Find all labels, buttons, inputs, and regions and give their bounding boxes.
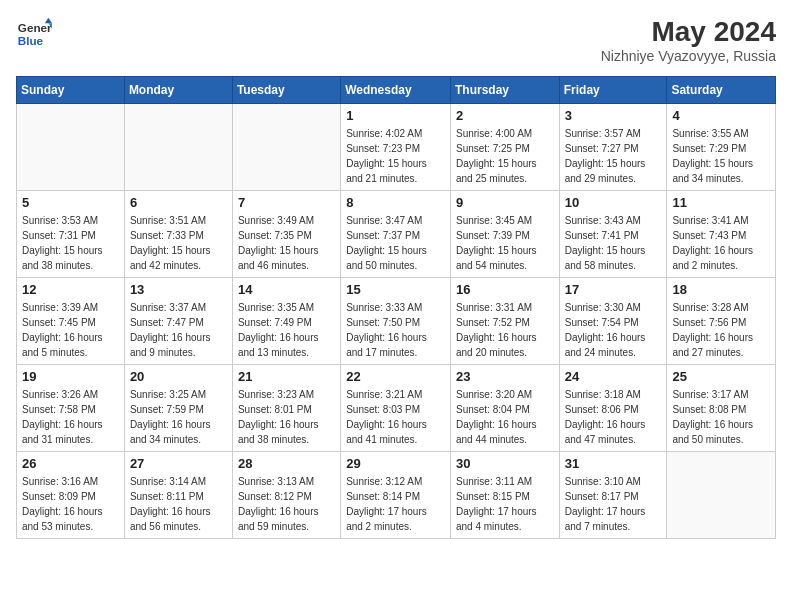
day-info: Sunrise: 3:43 AM Sunset: 7:41 PM Dayligh…: [565, 213, 662, 273]
calendar-cell: 9Sunrise: 3:45 AM Sunset: 7:39 PM Daylig…: [450, 191, 559, 278]
calendar-cell: 25Sunrise: 3:17 AM Sunset: 8:08 PM Dayli…: [667, 365, 776, 452]
calendar-cell: 19Sunrise: 3:26 AM Sunset: 7:58 PM Dayli…: [17, 365, 125, 452]
day-number: 29: [346, 456, 445, 471]
day-info: Sunrise: 3:55 AM Sunset: 7:29 PM Dayligh…: [672, 126, 770, 186]
header-day: Thursday: [450, 77, 559, 104]
day-info: Sunrise: 3:14 AM Sunset: 8:11 PM Dayligh…: [130, 474, 227, 534]
calendar-cell: 11Sunrise: 3:41 AM Sunset: 7:43 PM Dayli…: [667, 191, 776, 278]
day-info: Sunrise: 3:13 AM Sunset: 8:12 PM Dayligh…: [238, 474, 335, 534]
calendar-header: SundayMondayTuesdayWednesdayThursdayFrid…: [17, 77, 776, 104]
calendar-cell: 21Sunrise: 3:23 AM Sunset: 8:01 PM Dayli…: [232, 365, 340, 452]
calendar-cell: [17, 104, 125, 191]
day-info: Sunrise: 3:11 AM Sunset: 8:15 PM Dayligh…: [456, 474, 554, 534]
day-number: 31: [565, 456, 662, 471]
day-info: Sunrise: 3:35 AM Sunset: 7:49 PM Dayligh…: [238, 300, 335, 360]
calendar-cell: 26Sunrise: 3:16 AM Sunset: 8:09 PM Dayli…: [17, 452, 125, 539]
day-number: 15: [346, 282, 445, 297]
day-number: 5: [22, 195, 119, 210]
calendar-cell: 24Sunrise: 3:18 AM Sunset: 8:06 PM Dayli…: [559, 365, 667, 452]
calendar-cell: 22Sunrise: 3:21 AM Sunset: 8:03 PM Dayli…: [341, 365, 451, 452]
day-number: 27: [130, 456, 227, 471]
header-day: Sunday: [17, 77, 125, 104]
calendar-cell: 6Sunrise: 3:51 AM Sunset: 7:33 PM Daylig…: [124, 191, 232, 278]
header-row: SundayMondayTuesdayWednesdayThursdayFrid…: [17, 77, 776, 104]
calendar-cell: [124, 104, 232, 191]
day-number: 28: [238, 456, 335, 471]
day-number: 18: [672, 282, 770, 297]
calendar-table: SundayMondayTuesdayWednesdayThursdayFrid…: [16, 76, 776, 539]
day-number: 9: [456, 195, 554, 210]
calendar-week-row: 1Sunrise: 4:02 AM Sunset: 7:23 PM Daylig…: [17, 104, 776, 191]
day-info: Sunrise: 3:37 AM Sunset: 7:47 PM Dayligh…: [130, 300, 227, 360]
day-number: 2: [456, 108, 554, 123]
calendar-cell: 17Sunrise: 3:30 AM Sunset: 7:54 PM Dayli…: [559, 278, 667, 365]
calendar-cell: 1Sunrise: 4:02 AM Sunset: 7:23 PM Daylig…: [341, 104, 451, 191]
day-number: 25: [672, 369, 770, 384]
header-day: Saturday: [667, 77, 776, 104]
calendar-cell: 18Sunrise: 3:28 AM Sunset: 7:56 PM Dayli…: [667, 278, 776, 365]
day-info: Sunrise: 3:10 AM Sunset: 8:17 PM Dayligh…: [565, 474, 662, 534]
day-number: 13: [130, 282, 227, 297]
day-info: Sunrise: 4:00 AM Sunset: 7:25 PM Dayligh…: [456, 126, 554, 186]
title-block: May 2024 Nizhniye Vyazovyye, Russia: [601, 16, 776, 64]
header-day: Monday: [124, 77, 232, 104]
calendar-cell: 8Sunrise: 3:47 AM Sunset: 7:37 PM Daylig…: [341, 191, 451, 278]
calendar-week-row: 12Sunrise: 3:39 AM Sunset: 7:45 PM Dayli…: [17, 278, 776, 365]
calendar-cell: 20Sunrise: 3:25 AM Sunset: 7:59 PM Dayli…: [124, 365, 232, 452]
calendar-cell: [667, 452, 776, 539]
calendar-cell: 27Sunrise: 3:14 AM Sunset: 8:11 PM Dayli…: [124, 452, 232, 539]
day-info: Sunrise: 3:26 AM Sunset: 7:58 PM Dayligh…: [22, 387, 119, 447]
calendar-cell: 29Sunrise: 3:12 AM Sunset: 8:14 PM Dayli…: [341, 452, 451, 539]
day-number: 19: [22, 369, 119, 384]
header-day: Wednesday: [341, 77, 451, 104]
day-info: Sunrise: 3:41 AM Sunset: 7:43 PM Dayligh…: [672, 213, 770, 273]
day-info: Sunrise: 3:47 AM Sunset: 7:37 PM Dayligh…: [346, 213, 445, 273]
location: Nizhniye Vyazovyye, Russia: [601, 48, 776, 64]
calendar-week-row: 26Sunrise: 3:16 AM Sunset: 8:09 PM Dayli…: [17, 452, 776, 539]
header-day: Tuesday: [232, 77, 340, 104]
calendar-week-row: 19Sunrise: 3:26 AM Sunset: 7:58 PM Dayli…: [17, 365, 776, 452]
day-info: Sunrise: 3:17 AM Sunset: 8:08 PM Dayligh…: [672, 387, 770, 447]
calendar-cell: 13Sunrise: 3:37 AM Sunset: 7:47 PM Dayli…: [124, 278, 232, 365]
header-day: Friday: [559, 77, 667, 104]
day-info: Sunrise: 3:49 AM Sunset: 7:35 PM Dayligh…: [238, 213, 335, 273]
calendar-cell: 30Sunrise: 3:11 AM Sunset: 8:15 PM Dayli…: [450, 452, 559, 539]
svg-text:Blue: Blue: [18, 34, 44, 47]
day-info: Sunrise: 3:33 AM Sunset: 7:50 PM Dayligh…: [346, 300, 445, 360]
calendar-cell: 2Sunrise: 4:00 AM Sunset: 7:25 PM Daylig…: [450, 104, 559, 191]
day-info: Sunrise: 3:45 AM Sunset: 7:39 PM Dayligh…: [456, 213, 554, 273]
day-number: 10: [565, 195, 662, 210]
day-info: Sunrise: 3:23 AM Sunset: 8:01 PM Dayligh…: [238, 387, 335, 447]
calendar-cell: 10Sunrise: 3:43 AM Sunset: 7:41 PM Dayli…: [559, 191, 667, 278]
calendar-cell: 31Sunrise: 3:10 AM Sunset: 8:17 PM Dayli…: [559, 452, 667, 539]
logo: General Blue: [16, 16, 52, 52]
day-info: Sunrise: 3:18 AM Sunset: 8:06 PM Dayligh…: [565, 387, 662, 447]
day-number: 30: [456, 456, 554, 471]
day-number: 7: [238, 195, 335, 210]
calendar-cell: 5Sunrise: 3:53 AM Sunset: 7:31 PM Daylig…: [17, 191, 125, 278]
day-number: 12: [22, 282, 119, 297]
day-number: 24: [565, 369, 662, 384]
day-number: 22: [346, 369, 445, 384]
calendar-cell: 16Sunrise: 3:31 AM Sunset: 7:52 PM Dayli…: [450, 278, 559, 365]
calendar-cell: 4Sunrise: 3:55 AM Sunset: 7:29 PM Daylig…: [667, 104, 776, 191]
calendar-cell: 7Sunrise: 3:49 AM Sunset: 7:35 PM Daylig…: [232, 191, 340, 278]
day-info: Sunrise: 4:02 AM Sunset: 7:23 PM Dayligh…: [346, 126, 445, 186]
day-number: 11: [672, 195, 770, 210]
day-info: Sunrise: 3:51 AM Sunset: 7:33 PM Dayligh…: [130, 213, 227, 273]
calendar-cell: 15Sunrise: 3:33 AM Sunset: 7:50 PM Dayli…: [341, 278, 451, 365]
calendar-cell: 3Sunrise: 3:57 AM Sunset: 7:27 PM Daylig…: [559, 104, 667, 191]
day-number: 16: [456, 282, 554, 297]
calendar-cell: 28Sunrise: 3:13 AM Sunset: 8:12 PM Dayli…: [232, 452, 340, 539]
day-info: Sunrise: 3:25 AM Sunset: 7:59 PM Dayligh…: [130, 387, 227, 447]
day-number: 14: [238, 282, 335, 297]
day-info: Sunrise: 3:57 AM Sunset: 7:27 PM Dayligh…: [565, 126, 662, 186]
calendar-cell: 23Sunrise: 3:20 AM Sunset: 8:04 PM Dayli…: [450, 365, 559, 452]
day-number: 6: [130, 195, 227, 210]
calendar-body: 1Sunrise: 4:02 AM Sunset: 7:23 PM Daylig…: [17, 104, 776, 539]
day-number: 26: [22, 456, 119, 471]
day-number: 23: [456, 369, 554, 384]
calendar-cell: 12Sunrise: 3:39 AM Sunset: 7:45 PM Dayli…: [17, 278, 125, 365]
day-number: 21: [238, 369, 335, 384]
calendar-cell: [232, 104, 340, 191]
